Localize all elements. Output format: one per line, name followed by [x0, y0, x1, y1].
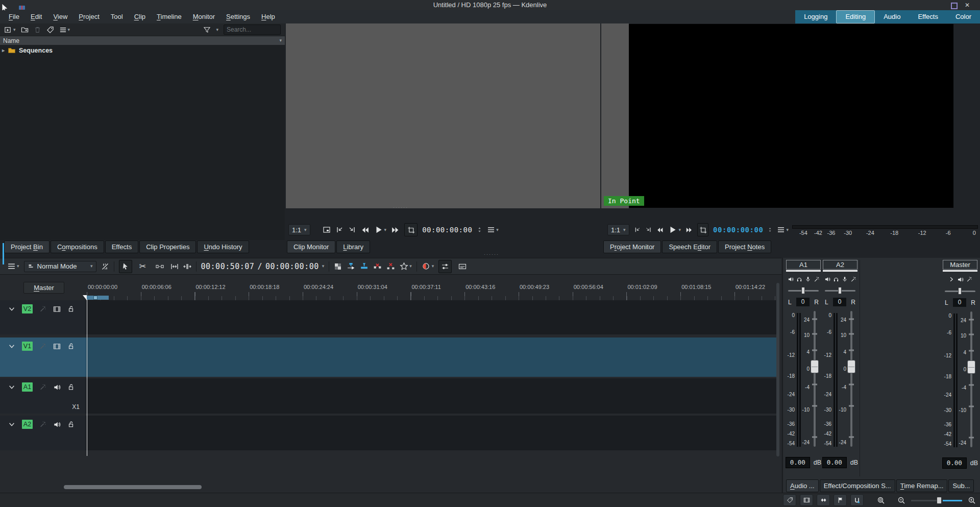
- set-in-point-button[interactable]: [335, 226, 344, 234]
- video-thumbnails-toggle[interactable]: [800, 494, 813, 506]
- timecode-spinner[interactable]: [768, 226, 772, 233]
- track-lane-v1[interactable]: [86, 337, 778, 377]
- track-badge[interactable]: A1: [22, 382, 33, 392]
- timeline-zoom-slider[interactable]: [911, 497, 962, 504]
- expand-arrow-icon[interactable]: ▸: [2, 48, 5, 53]
- fit-zoom-icon[interactable]: [170, 262, 179, 271]
- mute-icon[interactable]: [788, 276, 794, 282]
- play-button[interactable]: ▾: [668, 225, 681, 234]
- forward-button[interactable]: [391, 226, 400, 234]
- mixed-edit-icon[interactable]: [101, 262, 109, 271]
- lock-open-icon[interactable]: [67, 305, 75, 312]
- slip-tool-icon[interactable]: [183, 262, 191, 271]
- delete-button[interactable]: [34, 26, 41, 34]
- balance-slider[interactable]: [825, 287, 855, 294]
- collapse-chevron-right-icon[interactable]: [948, 276, 954, 282]
- razor-tool-button[interactable]: ✂: [137, 260, 149, 273]
- panel-tab[interactable]: Project Notes: [718, 240, 771, 253]
- favorite-effects-button[interactable]: ▾: [400, 262, 412, 271]
- panel-tab[interactable]: Effects: [105, 240, 139, 253]
- menu-item[interactable]: Project: [73, 10, 105, 23]
- menu-item[interactable]: View: [47, 10, 73, 23]
- collapse-chevron-icon[interactable]: [8, 343, 15, 350]
- zoom-out-icon[interactable]: [897, 496, 905, 504]
- track-badge[interactable]: A2: [22, 420, 33, 429]
- track-lane-v2[interactable]: [86, 300, 778, 334]
- workspace-tab[interactable]: Audio: [875, 10, 909, 23]
- volume-fader[interactable]: [847, 311, 856, 447]
- monitor-overlay-icon[interactable]: [323, 226, 331, 234]
- solo-headphones-icon[interactable]: [833, 276, 839, 282]
- lock-open-icon[interactable]: [67, 383, 75, 391]
- set-out-point-button[interactable]: [645, 226, 652, 234]
- mute-icon[interactable]: [824, 276, 830, 282]
- set-out-point-button[interactable]: [348, 226, 356, 234]
- lift-zone-icon[interactable]: [386, 262, 395, 271]
- video-thumbnails-icon[interactable]: [53, 305, 61, 313]
- balance-slider[interactable]: [945, 287, 975, 295]
- panel-tab[interactable]: Sub...: [948, 479, 974, 492]
- audio-thumbnails-toggle[interactable]: [817, 494, 830, 506]
- panel-tab[interactable]: Undo History: [197, 240, 249, 253]
- channel-title[interactable]: Master: [943, 260, 977, 270]
- zone-mode-button[interactable]: [404, 223, 418, 236]
- workspace-tab[interactable]: Logging: [795, 10, 836, 23]
- create-folder-button[interactable]: [21, 26, 29, 34]
- track-header-v2[interactable]: V2: [0, 300, 86, 334]
- maximize-button[interactable]: [951, 3, 958, 9]
- timecode-spinner[interactable]: [477, 226, 482, 233]
- mute-icon[interactable]: [957, 276, 964, 283]
- channel-title[interactable]: A2: [823, 260, 857, 270]
- snap-magnet-toggle[interactable]: [850, 494, 864, 506]
- record-button[interactable]: ▾: [422, 262, 434, 271]
- timeline-ruler[interactable]: 00:00:00:0000:00:06:0600:00:12:1200:00:1…: [87, 282, 781, 300]
- balance-value[interactable]: 0: [952, 298, 967, 307]
- track-header-a2[interactable]: A2: [0, 416, 86, 450]
- project-monitor-zoom-select[interactable]: 1:1▾: [607, 224, 629, 235]
- forward-button[interactable]: [685, 226, 693, 234]
- panel-tab[interactable]: Audio ...: [786, 479, 819, 492]
- track-header-a1[interactable]: A1 X1: [0, 378, 86, 414]
- set-in-point-button[interactable]: [634, 226, 641, 234]
- timeline-timecode-group[interactable]: 00:00:50:07 / 00:00:00:00 ▾: [201, 262, 325, 271]
- extract-zone-icon[interactable]: [373, 262, 382, 271]
- workspace-tab[interactable]: Color: [947, 10, 980, 23]
- fader-handle[interactable]: [811, 360, 819, 373]
- monitor-menu-button[interactable]: ▾: [487, 226, 499, 234]
- zoom-fit-icon[interactable]: [877, 496, 885, 504]
- filter-icon[interactable]: [203, 26, 211, 34]
- tree-item-sequences[interactable]: ▸ Sequences: [0, 45, 285, 56]
- insert-zone-icon[interactable]: [347, 262, 355, 271]
- timeline-vertical-scrollbar[interactable]: [776, 283, 779, 456]
- play-button[interactable]: ▾: [374, 225, 387, 234]
- selection-tool-button[interactable]: [119, 260, 132, 273]
- record-mic-icon[interactable]: [805, 276, 811, 282]
- menu-item[interactable]: Clip: [129, 10, 151, 23]
- panel-tab[interactable]: Project Monitor: [603, 240, 661, 253]
- name-column-header[interactable]: Name ▾: [0, 36, 285, 45]
- close-button[interactable]: ✕: [964, 2, 971, 9]
- panel-tab[interactable]: Clip Properties: [139, 240, 196, 253]
- fader-handle[interactable]: [847, 360, 855, 373]
- zone-handle[interactable]: [93, 296, 97, 300]
- add-clip-button[interactable]: ▾: [4, 26, 16, 34]
- effects-wand-icon[interactable]: [39, 343, 46, 350]
- volume-fader[interactable]: [811, 311, 819, 447]
- balance-value[interactable]: 0: [796, 297, 810, 307]
- effects-wand-icon[interactable]: [39, 305, 46, 312]
- panel-tab[interactable]: Compositions: [51, 240, 104, 253]
- master-effects-button[interactable]: Master: [23, 282, 64, 294]
- menu-item[interactable]: Edit: [25, 10, 47, 23]
- gain-value[interactable]: 0.00: [822, 457, 847, 468]
- subtitle-button[interactable]: [456, 260, 469, 273]
- track-lane-a1[interactable]: [86, 378, 778, 414]
- audio-mute-icon[interactable]: [53, 421, 61, 428]
- zoom-slider-handle[interactable]: [937, 497, 942, 504]
- track-lane-a2[interactable]: [86, 416, 778, 450]
- gain-value[interactable]: 0.00: [786, 457, 810, 468]
- collapse-chevron-icon[interactable]: [8, 305, 15, 312]
- track-compositing-icon[interactable]: [334, 262, 342, 271]
- rewind-button[interactable]: [656, 226, 664, 234]
- panel-tab[interactable]: Library: [336, 240, 370, 253]
- menu-item[interactable]: Timeline: [151, 10, 187, 23]
